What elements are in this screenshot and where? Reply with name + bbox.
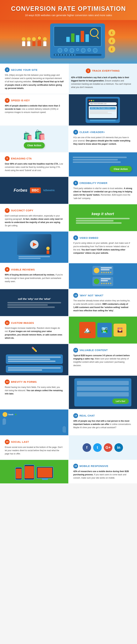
- section-5-visual: Clear Action: [68, 152, 137, 176]
- tablet-screen: [25, 466, 34, 478]
- linkedin-icon[interactable]: in: [114, 443, 123, 452]
- video-person: [46, 247, 50, 254]
- section-3-text: 40% of people abandon a website that tak…: [5, 104, 64, 114]
- section-14-panel: 14 REAL CHAT 44% of people say live chat…: [68, 410, 137, 435]
- review-content-2: ★★★★★: [101, 278, 112, 285]
- section-row-12: 12 VALUABLE CONTENT Typical B2B buyers c…: [0, 344, 137, 376]
- lets-go-button[interactable]: Let's Go!: [112, 398, 129, 404]
- browser-screen: https://www.b2bmetric.com <h1> Set The S…: [87, 98, 118, 120]
- section-row-6: 6 CREDIBILITY POWER Third party validati…: [0, 177, 137, 204]
- section-5-number: 5: [5, 156, 9, 161]
- chat-bubble-2: [62, 426, 66, 433]
- section-11-number: 11: [5, 320, 9, 325]
- laptop-stand: [90, 120, 116, 121]
- form-submit-area: Let's Go!: [77, 398, 129, 404]
- section-6-number: 6: [73, 181, 78, 186]
- section-2-title: SECURE YOUR SITE: [11, 68, 37, 71]
- page-header: CONVERSION RATE OPTIMISATION 16 ways B2B…: [0, 0, 137, 20]
- screen-content: <h1> Set The Scene </h1>: [89, 106, 117, 118]
- section-16-number: 16: [73, 464, 78, 468]
- section-13-visual: Let's Go!: [68, 376, 137, 409]
- short-lines: [76, 218, 130, 224]
- forbes-logo: Forbes: [14, 188, 27, 193]
- chat-agent-name: Sarah: [8, 414, 13, 416]
- facebook-icon[interactable]: f: [83, 443, 91, 452]
- section-1-text: 42% of B2B marketers say that a lack of …: [71, 76, 135, 89]
- section-4-visual: 🛍️ 🛍️ Clear Action: [0, 126, 68, 152]
- person-4: [37, 36, 42, 46]
- tablet-device: [24, 464, 35, 480]
- sell-why-text: sell the 'why' not the 'what': [16, 298, 52, 300]
- section-row-11: 11 CUSTOM IMAGES Good images increase re…: [0, 316, 137, 344]
- section-row-10: 10 'WHY' NOT 'WHAT' The searcher already…: [0, 289, 137, 316]
- section-15-text: Ensure social icons are located at the b…: [5, 446, 64, 456]
- twitter-icon[interactable]: t: [93, 443, 102, 452]
- section-9-title: VISIBLE REVIEWS: [11, 268, 35, 271]
- section-3-title: SPEED IS KEY: [11, 99, 30, 102]
- section-7-panel: 7 SUCCINCT COPY Don't overload sentences…: [0, 204, 68, 231]
- section-12-visual: ✏️: [0, 344, 68, 375]
- form-field-3: [77, 392, 129, 396]
- bag-icon-2: 🛍️: [34, 130, 46, 140]
- pound-symbol: £: [108, 29, 115, 36]
- review-content-1: ★★★★★: [101, 267, 112, 274]
- section-4-number: 4: [73, 130, 78, 134]
- browser-mockup: https://www.b2bmetric.com <h1> Set The S…: [86, 97, 120, 123]
- conveyor-belt: [54, 54, 102, 56]
- section-10-text: The searcher already knows what solution…: [73, 299, 132, 312]
- section-row-7: 7 SUCCINCT COPY Don't overload sentences…: [0, 204, 137, 232]
- form-field-1: [77, 381, 129, 385]
- cta-button-visual[interactable]: Clear Action: [24, 142, 45, 148]
- section-14-number: 14: [73, 413, 78, 418]
- play-button[interactable]: [30, 240, 38, 249]
- keep-short-text: keep it short: [92, 212, 114, 216]
- section-2-text: SSL (https) encrypts the link between yo…: [5, 74, 64, 90]
- section-4-text: H1s are one of the most potent UX elemen…: [73, 136, 132, 146]
- reviewer-avatar-1: [94, 268, 99, 273]
- section-9-number: 9: [5, 267, 9, 272]
- section-16-text: 42% of researchers use a mobile device d…: [73, 470, 132, 480]
- bbc-logo: BBC: [30, 188, 41, 193]
- phone-screen: [16, 469, 21, 478]
- section-11-title: CUSTOM IMAGES: [11, 322, 34, 324]
- engaging-cta-btn[interactable]: Clear Action: [110, 166, 132, 172]
- section-row-13: 13 BREVITY IN FORMS Resist having too ma…: [0, 376, 137, 410]
- section-8-number: 8: [73, 235, 78, 240]
- image-placeholder-1: 🏔️: [79, 322, 96, 338]
- section-8-panel: 8 VIDEO EMBED If you're using videos on …: [68, 232, 137, 263]
- section-13-number: 13: [5, 380, 9, 384]
- section-2-number: 2: [5, 67, 9, 72]
- chat-header: Sarah: [2, 412, 16, 417]
- section-16-title: MOBILE RESPONSIVE: [79, 464, 108, 468]
- desktop-screen: [37, 468, 52, 478]
- magnifier-icon: [90, 28, 99, 37]
- section-14-text: 44% of people say live chat with a real …: [73, 420, 132, 430]
- section-row-3: 3 SPEED IS KEY 40% of people abandon a w…: [0, 94, 137, 126]
- section-9-visual: ★★★★★ ★★★★★: [68, 263, 137, 289]
- section-8-visual: [0, 232, 68, 263]
- section-12-panel: 12 VALUABLE CONTENT Typical B2B buyers c…: [68, 344, 137, 375]
- section-13-panel: 13 BREVITY IN FORMS Resist having too ma…: [0, 376, 68, 409]
- image-placeholder-3: 🌄: [114, 324, 126, 336]
- review-2: ★★★★★: [93, 277, 113, 286]
- section-2-panel: 2 SECURE YOUR SITE SSL (https) encrypts …: [0, 64, 68, 94]
- section-3-visual: https://www.b2bmetric.com <h1> Set The S…: [68, 94, 137, 126]
- section-7-visual: keep it short: [68, 204, 137, 231]
- section-row-5: 5 ENGAGING CTA Over 90% of users who rea…: [0, 152, 137, 177]
- section-11-panel: 11 CUSTOM IMAGES Good images increase re…: [0, 316, 68, 344]
- section-7-number: 7: [5, 208, 9, 213]
- googleplus-icon[interactable]: G+: [104, 443, 112, 452]
- chat-avatar: [2, 412, 7, 417]
- review-1: ★★★★★: [93, 266, 113, 275]
- section-7-title: SUCCINCT COPY: [11, 209, 33, 212]
- section-13-title: BREVITY IN FORMS: [11, 380, 37, 383]
- section-row-2-1: 2 SECURE YOUR SITE SSL (https) encrypts …: [0, 64, 137, 94]
- form-mockup: Let's Go!: [74, 378, 131, 406]
- play-triangle-icon: [33, 242, 37, 246]
- section-5-panel: 5 ENGAGING CTA Over 90% of users who rea…: [0, 152, 68, 176]
- url-bar: https://www.b2bmetric.com: [89, 102, 117, 105]
- section-15-panel: 15 SOCIAL LAST Ensure social icons are l…: [0, 436, 68, 460]
- section-14-title: REAL CHAT: [79, 414, 95, 417]
- section-row-15: 15 SOCIAL LAST Ensure social icons are l…: [0, 436, 137, 460]
- section-5-text: Over 90% of users who read the headline …: [5, 162, 64, 172]
